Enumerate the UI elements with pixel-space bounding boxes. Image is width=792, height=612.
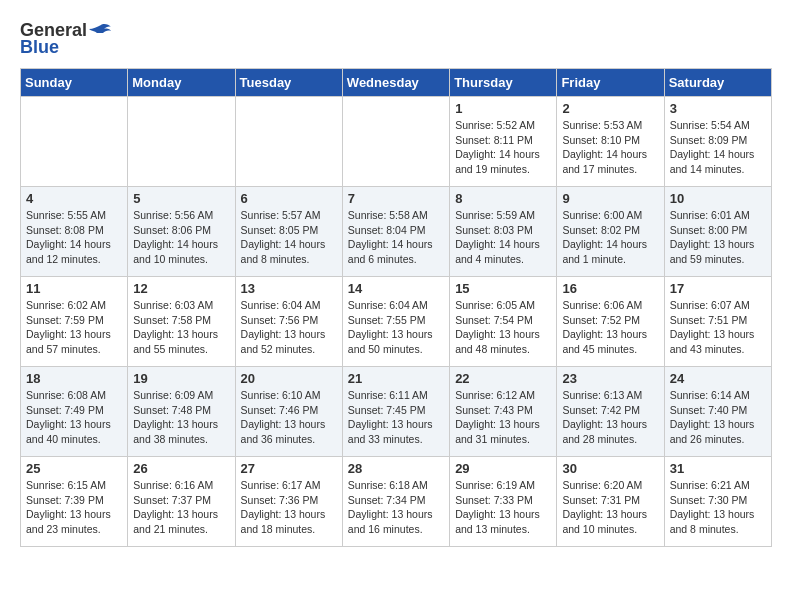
calendar-cell: 9Sunrise: 6:00 AM Sunset: 8:02 PM Daylig…: [557, 187, 664, 277]
calendar-cell: 31Sunrise: 6:21 AM Sunset: 7:30 PM Dayli…: [664, 457, 771, 547]
day-info: Sunrise: 6:16 AM Sunset: 7:37 PM Dayligh…: [133, 478, 229, 537]
day-number: 27: [241, 461, 337, 476]
calendar-cell: 4Sunrise: 5:55 AM Sunset: 8:08 PM Daylig…: [21, 187, 128, 277]
calendar-week-row: 1Sunrise: 5:52 AM Sunset: 8:11 PM Daylig…: [21, 97, 772, 187]
day-number: 11: [26, 281, 122, 296]
day-number: 13: [241, 281, 337, 296]
day-number: 12: [133, 281, 229, 296]
calendar-cell: 17Sunrise: 6:07 AM Sunset: 7:51 PM Dayli…: [664, 277, 771, 367]
day-number: 23: [562, 371, 658, 386]
calendar-cell: 19Sunrise: 6:09 AM Sunset: 7:48 PM Dayli…: [128, 367, 235, 457]
day-info: Sunrise: 5:55 AM Sunset: 8:08 PM Dayligh…: [26, 208, 122, 267]
calendar-week-row: 4Sunrise: 5:55 AM Sunset: 8:08 PM Daylig…: [21, 187, 772, 277]
day-number: 30: [562, 461, 658, 476]
day-info: Sunrise: 5:58 AM Sunset: 8:04 PM Dayligh…: [348, 208, 444, 267]
day-number: 8: [455, 191, 551, 206]
day-number: 18: [26, 371, 122, 386]
logo-blue-text: Blue: [20, 37, 59, 58]
day-number: 14: [348, 281, 444, 296]
day-info: Sunrise: 6:04 AM Sunset: 7:56 PM Dayligh…: [241, 298, 337, 357]
day-info: Sunrise: 6:14 AM Sunset: 7:40 PM Dayligh…: [670, 388, 766, 447]
day-number: 19: [133, 371, 229, 386]
day-number: 22: [455, 371, 551, 386]
calendar-cell: 23Sunrise: 6:13 AM Sunset: 7:42 PM Dayli…: [557, 367, 664, 457]
calendar-cell: 20Sunrise: 6:10 AM Sunset: 7:46 PM Dayli…: [235, 367, 342, 457]
calendar-cell: 27Sunrise: 6:17 AM Sunset: 7:36 PM Dayli…: [235, 457, 342, 547]
day-number: 10: [670, 191, 766, 206]
calendar-cell: 24Sunrise: 6:14 AM Sunset: 7:40 PM Dayli…: [664, 367, 771, 457]
day-number: 25: [26, 461, 122, 476]
day-number: 20: [241, 371, 337, 386]
day-info: Sunrise: 6:06 AM Sunset: 7:52 PM Dayligh…: [562, 298, 658, 357]
calendar-cell: 26Sunrise: 6:16 AM Sunset: 7:37 PM Dayli…: [128, 457, 235, 547]
page-header: General Blue: [20, 20, 772, 58]
day-info: Sunrise: 6:12 AM Sunset: 7:43 PM Dayligh…: [455, 388, 551, 447]
day-info: Sunrise: 5:52 AM Sunset: 8:11 PM Dayligh…: [455, 118, 551, 177]
day-info: Sunrise: 6:01 AM Sunset: 8:00 PM Dayligh…: [670, 208, 766, 267]
day-info: Sunrise: 6:08 AM Sunset: 7:49 PM Dayligh…: [26, 388, 122, 447]
calendar-cell: 11Sunrise: 6:02 AM Sunset: 7:59 PM Dayli…: [21, 277, 128, 367]
day-number: 31: [670, 461, 766, 476]
day-number: 28: [348, 461, 444, 476]
calendar-cell: 10Sunrise: 6:01 AM Sunset: 8:00 PM Dayli…: [664, 187, 771, 277]
calendar-cell: 14Sunrise: 6:04 AM Sunset: 7:55 PM Dayli…: [342, 277, 449, 367]
day-info: Sunrise: 6:09 AM Sunset: 7:48 PM Dayligh…: [133, 388, 229, 447]
calendar-cell: [128, 97, 235, 187]
day-number: 29: [455, 461, 551, 476]
day-info: Sunrise: 6:13 AM Sunset: 7:42 PM Dayligh…: [562, 388, 658, 447]
day-number: 24: [670, 371, 766, 386]
header-friday: Friday: [557, 69, 664, 97]
calendar-cell: [21, 97, 128, 187]
day-number: 15: [455, 281, 551, 296]
calendar-cell: 13Sunrise: 6:04 AM Sunset: 7:56 PM Dayli…: [235, 277, 342, 367]
day-info: Sunrise: 6:21 AM Sunset: 7:30 PM Dayligh…: [670, 478, 766, 537]
day-number: 3: [670, 101, 766, 116]
calendar-cell: 8Sunrise: 5:59 AM Sunset: 8:03 PM Daylig…: [450, 187, 557, 277]
calendar-week-row: 18Sunrise: 6:08 AM Sunset: 7:49 PM Dayli…: [21, 367, 772, 457]
header-saturday: Saturday: [664, 69, 771, 97]
day-info: Sunrise: 6:00 AM Sunset: 8:02 PM Dayligh…: [562, 208, 658, 267]
day-info: Sunrise: 6:20 AM Sunset: 7:31 PM Dayligh…: [562, 478, 658, 537]
calendar-week-row: 11Sunrise: 6:02 AM Sunset: 7:59 PM Dayli…: [21, 277, 772, 367]
header-tuesday: Tuesday: [235, 69, 342, 97]
day-info: Sunrise: 5:53 AM Sunset: 8:10 PM Dayligh…: [562, 118, 658, 177]
day-number: 26: [133, 461, 229, 476]
calendar-cell: 1Sunrise: 5:52 AM Sunset: 8:11 PM Daylig…: [450, 97, 557, 187]
day-number: 21: [348, 371, 444, 386]
day-info: Sunrise: 6:07 AM Sunset: 7:51 PM Dayligh…: [670, 298, 766, 357]
calendar-cell: [235, 97, 342, 187]
calendar-header-row: SundayMondayTuesdayWednesdayThursdayFrid…: [21, 69, 772, 97]
day-info: Sunrise: 5:54 AM Sunset: 8:09 PM Dayligh…: [670, 118, 766, 177]
calendar-cell: 2Sunrise: 5:53 AM Sunset: 8:10 PM Daylig…: [557, 97, 664, 187]
day-info: Sunrise: 6:19 AM Sunset: 7:33 PM Dayligh…: [455, 478, 551, 537]
calendar-week-row: 25Sunrise: 6:15 AM Sunset: 7:39 PM Dayli…: [21, 457, 772, 547]
day-number: 7: [348, 191, 444, 206]
calendar-cell: 18Sunrise: 6:08 AM Sunset: 7:49 PM Dayli…: [21, 367, 128, 457]
logo: General Blue: [20, 20, 111, 58]
day-info: Sunrise: 6:02 AM Sunset: 7:59 PM Dayligh…: [26, 298, 122, 357]
calendar-cell: 7Sunrise: 5:58 AM Sunset: 8:04 PM Daylig…: [342, 187, 449, 277]
calendar-cell: 3Sunrise: 5:54 AM Sunset: 8:09 PM Daylig…: [664, 97, 771, 187]
header-monday: Monday: [128, 69, 235, 97]
day-info: Sunrise: 6:05 AM Sunset: 7:54 PM Dayligh…: [455, 298, 551, 357]
calendar-cell: 22Sunrise: 6:12 AM Sunset: 7:43 PM Dayli…: [450, 367, 557, 457]
calendar-cell: 6Sunrise: 5:57 AM Sunset: 8:05 PM Daylig…: [235, 187, 342, 277]
day-number: 6: [241, 191, 337, 206]
day-number: 4: [26, 191, 122, 206]
day-number: 2: [562, 101, 658, 116]
calendar-cell: 21Sunrise: 6:11 AM Sunset: 7:45 PM Dayli…: [342, 367, 449, 457]
calendar-cell: 25Sunrise: 6:15 AM Sunset: 7:39 PM Dayli…: [21, 457, 128, 547]
day-info: Sunrise: 5:56 AM Sunset: 8:06 PM Dayligh…: [133, 208, 229, 267]
day-info: Sunrise: 5:57 AM Sunset: 8:05 PM Dayligh…: [241, 208, 337, 267]
day-info: Sunrise: 6:17 AM Sunset: 7:36 PM Dayligh…: [241, 478, 337, 537]
header-sunday: Sunday: [21, 69, 128, 97]
day-info: Sunrise: 6:18 AM Sunset: 7:34 PM Dayligh…: [348, 478, 444, 537]
calendar-table: SundayMondayTuesdayWednesdayThursdayFrid…: [20, 68, 772, 547]
header-thursday: Thursday: [450, 69, 557, 97]
calendar-cell: 28Sunrise: 6:18 AM Sunset: 7:34 PM Dayli…: [342, 457, 449, 547]
calendar-cell: 29Sunrise: 6:19 AM Sunset: 7:33 PM Dayli…: [450, 457, 557, 547]
day-info: Sunrise: 6:04 AM Sunset: 7:55 PM Dayligh…: [348, 298, 444, 357]
calendar-cell: 12Sunrise: 6:03 AM Sunset: 7:58 PM Dayli…: [128, 277, 235, 367]
logo-bird-icon: [89, 23, 111, 39]
day-number: 17: [670, 281, 766, 296]
